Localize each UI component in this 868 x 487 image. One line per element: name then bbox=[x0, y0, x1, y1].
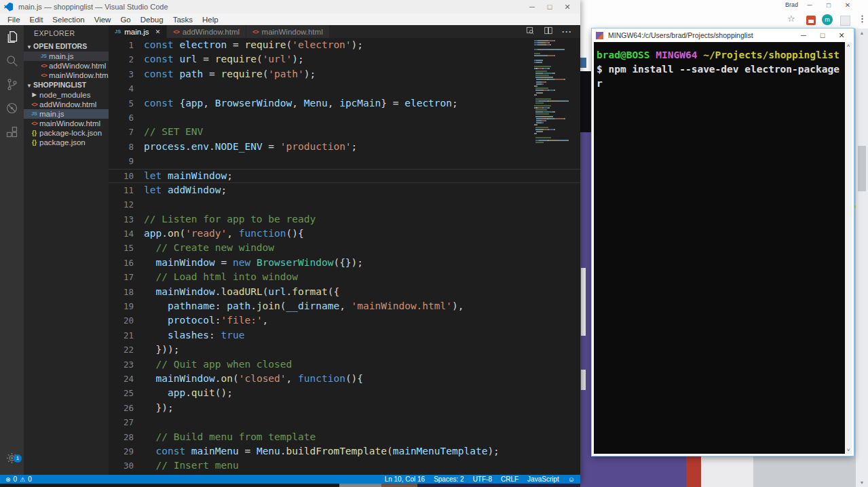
section-label: OPEN EDITORS bbox=[33, 42, 87, 50]
menu-view[interactable]: View bbox=[90, 16, 116, 24]
scroll-down-icon[interactable]: ˅ bbox=[845, 447, 852, 453]
warnings-icon[interactable]: ⚠ bbox=[20, 476, 25, 483]
background-page-fragment bbox=[339, 484, 381, 487]
code-text: mainWindow.on('closed', function(){ bbox=[134, 372, 363, 386]
sidebar-item-node_modules[interactable]: ▶node_modules bbox=[24, 90, 109, 100]
errors-icon[interactable]: ⊗ bbox=[5, 476, 11, 483]
browser-close-button[interactable]: ✕ bbox=[841, 1, 854, 9]
vscode-maximize-button[interactable]: □ bbox=[541, 3, 559, 11]
line-number: 1 bbox=[109, 38, 134, 52]
sidebar-item-package-json[interactable]: {}package.json bbox=[24, 138, 109, 147]
activity-search-icon[interactable] bbox=[0, 49, 24, 73]
sidebar-item-package-lock-json[interactable]: {}package-lock.json bbox=[24, 128, 109, 138]
vscode-titlebar[interactable]: main.js — shoppinglist — Visual Studio C… bbox=[0, 0, 580, 14]
background-page-fragment bbox=[581, 370, 586, 390]
minimap-line bbox=[534, 96, 573, 98]
menu-edit[interactable]: Edit bbox=[25, 16, 48, 24]
tab-label: addWindow.html bbox=[183, 28, 240, 36]
terminal-maximize-button[interactable]: □ bbox=[813, 31, 832, 39]
terminal-console[interactable]: brad@BOSS MINGW64 ~/Projects/shoppinglis… bbox=[594, 42, 852, 454]
tab-main-js[interactable]: JSmain.js✕ bbox=[109, 25, 167, 38]
sidebar-item-addWindow-html[interactable]: <>addWindow.html bbox=[24, 100, 109, 109]
activity-debug-icon[interactable] bbox=[0, 96, 24, 120]
section-header[interactable]: ▼SHOPPINGLIST bbox=[24, 80, 109, 90]
eol-sequence[interactable]: CRLF bbox=[501, 475, 518, 483]
tab-mainWindow-html[interactable]: <>mainWindow.html bbox=[246, 25, 330, 38]
menu-debug[interactable]: Debug bbox=[136, 16, 168, 24]
menu-help[interactable]: Help bbox=[197, 16, 223, 24]
browser-maximize-button[interactable]: □ bbox=[822, 1, 835, 9]
code-text: pathname: path.join(__dirname, 'mainWind… bbox=[134, 299, 464, 313]
browser-extension-icon[interactable] bbox=[840, 16, 850, 26]
browser-extension-icon[interactable] bbox=[806, 16, 816, 25]
terminal-window-title: MINGW64:/c/Users/brad/Projects/shoppingl… bbox=[608, 31, 753, 39]
cursor-position[interactable]: Ln 10, Col 16 bbox=[385, 475, 426, 483]
bookmark-star-icon[interactable]: ☆ bbox=[787, 14, 795, 24]
terminal-minimize-button[interactable]: ─ bbox=[794, 31, 813, 39]
menu-tasks[interactable]: Tasks bbox=[168, 16, 197, 24]
close-icon[interactable]: ✕ bbox=[155, 28, 161, 35]
language-mode[interactable]: JavaScript bbox=[527, 475, 559, 483]
line-number: 17 bbox=[109, 270, 134, 284]
minimap-line bbox=[534, 105, 573, 106]
minimap[interactable] bbox=[534, 40, 573, 144]
line-number: 8 bbox=[109, 140, 134, 154]
scroll-up-icon[interactable]: ˄ bbox=[845, 43, 852, 49]
minimap-line bbox=[534, 133, 573, 134]
sidebar-item-addWindow-html[interactable]: <>addWindow.html bbox=[24, 61, 109, 71]
browser-minimize-button[interactable]: ─ bbox=[803, 1, 816, 9]
encoding[interactable]: UTF-8 bbox=[473, 475, 492, 483]
errors-count[interactable]: 0 bbox=[14, 475, 18, 483]
section-header[interactable]: ▼OPEN EDITORS bbox=[24, 41, 109, 52]
menu-selection[interactable]: Selection bbox=[48, 16, 89, 24]
browser-menu-icon[interactable]: ⋮ bbox=[858, 14, 867, 24]
tab-addWindow-html[interactable]: <>addWindow.html bbox=[167, 25, 246, 38]
code-text: // Create new window bbox=[134, 241, 274, 255]
terminal-scrollbar[interactable]: ˄ ˅ bbox=[845, 42, 852, 454]
code-line: 24 mainWindow.on('closed', function(){ bbox=[109, 372, 580, 386]
vscode-close-button[interactable]: ✕ bbox=[559, 3, 576, 12]
scroll-down-icon[interactable]: ▼ bbox=[856, 480, 868, 485]
activity-source-control-icon[interactable] bbox=[0, 73, 24, 96]
browser-scrollbar-thumb[interactable] bbox=[858, 146, 866, 191]
warnings-count[interactable]: 0 bbox=[28, 475, 32, 483]
browser-scrollbar[interactable]: ▲ ▼ bbox=[856, 28, 868, 487]
json-file-icon: {} bbox=[29, 138, 39, 147]
minimap-line bbox=[534, 79, 573, 80]
activity-extensions-icon[interactable] bbox=[0, 120, 24, 144]
minimap-line bbox=[534, 83, 573, 85]
scroll-up-icon[interactable]: ▲ bbox=[856, 31, 868, 35]
settings-gear-icon[interactable]: 1 bbox=[0, 448, 24, 468]
open-preview-icon[interactable] bbox=[525, 26, 535, 38]
chevron-down-icon: ▼ bbox=[26, 42, 33, 52]
vscode-minimize-button[interactable]: ─ bbox=[523, 3, 541, 11]
code-text: app.quit(); bbox=[134, 386, 233, 400]
indentation[interactable]: Spaces: 2 bbox=[434, 475, 464, 483]
terminal-close-button[interactable]: ✕ bbox=[832, 31, 851, 40]
sidebar-item-mainWindow-html[interactable]: <>mainWindow.html bbox=[24, 119, 109, 128]
code-editor[interactable]: 1const electron = require('electron');2c… bbox=[109, 38, 580, 475]
terminal-titlebar[interactable]: MINGW64:/c/Users/brad/Projects/shoppingl… bbox=[592, 28, 854, 42]
minimap-line bbox=[534, 49, 573, 50]
menu-file[interactable]: File bbox=[3, 16, 25, 24]
sidebar-item-mainWindow-html[interactable]: <>mainWindow.html bbox=[24, 71, 109, 80]
code-line: 28 // Build menu from template bbox=[109, 430, 580, 444]
code-line: 1const electron = require('electron'); bbox=[109, 38, 580, 52]
split-editor-icon[interactable] bbox=[544, 26, 553, 38]
line-number: 24 bbox=[109, 372, 134, 386]
feedback-smiley-icon[interactable]: ☺ bbox=[568, 475, 575, 483]
sidebar-item-main-js[interactable]: JSmain.js bbox=[24, 52, 109, 61]
minimap-line bbox=[534, 116, 573, 117]
code-line: 4 bbox=[109, 81, 580, 96]
line-number: 11 bbox=[109, 183, 134, 197]
vscode-menubar: FileEditSelectionViewGoDebugTasksHelp bbox=[0, 14, 580, 25]
browser-avatar[interactable]: m bbox=[822, 14, 833, 25]
minimap-line bbox=[534, 68, 573, 69]
minimap-line bbox=[534, 122, 573, 123]
activity-explorer-icon[interactable] bbox=[0, 25, 24, 49]
screen: Brad ─ □ ✕ ☆ m ⋮ ▲ ▼ main.js — shoppingl… bbox=[0, 0, 868, 487]
code-line: 21 slashes: true bbox=[109, 328, 580, 343]
more-actions-icon[interactable]: ··· bbox=[562, 27, 572, 37]
menu-go[interactable]: Go bbox=[115, 16, 135, 24]
sidebar-item-main-js[interactable]: JSmain.js bbox=[24, 109, 109, 119]
